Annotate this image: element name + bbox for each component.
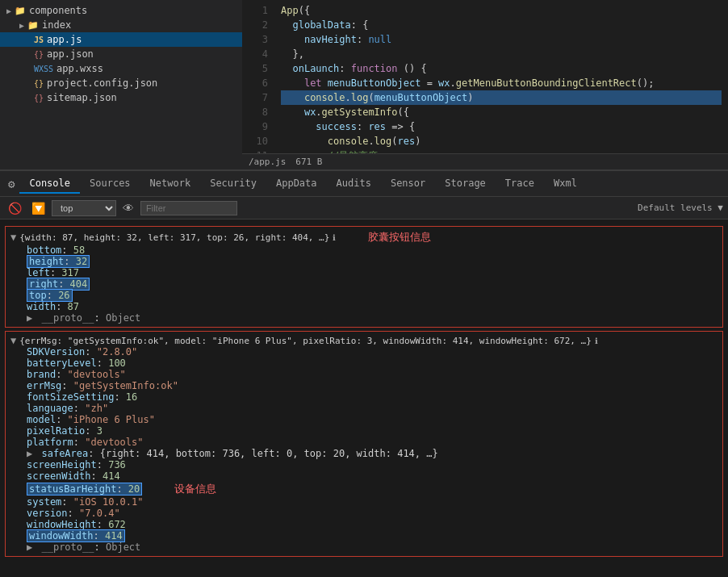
filter-toggle-button[interactable]: 🔽 (28, 200, 48, 216)
code-content[interactable]: App({ globalData: { navHeight: null }, o… (274, 0, 728, 153)
eye-button[interactable]: 👁 (119, 200, 137, 216)
block1-header[interactable]: ▼ {width: 87, height: 32, left: 317, top… (10, 230, 718, 245)
editor-area: ▶ 📁 components ▶ 📁 index JS app.js {} ap… (0, 0, 728, 169)
sidebar-item-appjson[interactable]: {} app.json (0, 47, 242, 61)
console-block-2: ▼ {errMsg: "getSystemInfo:ok", model: "i… (5, 331, 723, 557)
sidebar-item-components[interactable]: ▶ 📁 components (0, 3, 242, 18)
prop-bottom: bottom: 58 (10, 245, 718, 256)
highlighted-height: height: 32 (27, 255, 90, 268)
editor-statusbar: /app.js 671 B (242, 153, 728, 169)
tab-console[interactable]: Console (19, 174, 80, 194)
default-levels-select[interactable]: Default levels ▼ (638, 203, 723, 213)
json-icon: {} (34, 94, 44, 102)
highlighted-windowwidth: windowWidth: 414 (27, 529, 125, 542)
block2-header[interactable]: ▼ {errMsg: "getSystemInfo:ok", model: "i… (10, 335, 718, 346)
annotation-capsule: 胶囊按钮信息 (368, 230, 431, 245)
code-line-5: onLaunch: function () { (281, 61, 722, 76)
code-line-3: navHeight: null (281, 32, 722, 47)
line-numbers: 12345 67891011 (242, 0, 274, 153)
block2-header-text: {errMsg: "getSystemInfo:ok", model: "iPh… (19, 336, 592, 346)
block1-container: ▼ {width: 87, height: 32, left: 317, top… (5, 226, 723, 328)
prop-windowwidth: windowWidth: 414 (10, 530, 718, 541)
prop-statusbarheight: statusBarHeight: 20 设备信息 (10, 482, 718, 496)
code-line-1: App({ (281, 3, 722, 18)
prop-pixelratio: pixelRatio: 3 (10, 425, 718, 437)
code-line-7: console.log(menuButtonObject) (281, 90, 722, 105)
devtools-icon-settings[interactable]: ⚙ (3, 174, 19, 194)
prop-screenwidth: screenWidth: 414 (10, 470, 718, 482)
highlighted-top: top: 26 (27, 289, 73, 302)
code-line-10: console.log(res) (281, 134, 722, 148)
sidebar-item-sitemapjson[interactable]: {} sitemap.json (0, 90, 242, 105)
sidebar-item-label: sitemap.json (47, 92, 117, 103)
sidebar-item-label: project.config.json (47, 77, 157, 89)
sidebar-item-appwxss[interactable]: WXSS app.wxss (0, 61, 242, 76)
sidebar-item-label: app.js (47, 34, 82, 45)
filter-input[interactable] (140, 201, 237, 215)
sidebar-item-appjs[interactable]: JS app.js (0, 32, 242, 47)
tab-sources[interactable]: Sources (80, 174, 140, 194)
prop-batterylevel: batteryLevel: 100 (10, 357, 718, 369)
proj-icon: {} (34, 79, 44, 88)
sidebar-item-index[interactable]: ▶ 📁 index (0, 18, 242, 32)
block1-header-text: {width: 87, height: 32, left: 317, top: … (19, 232, 329, 243)
devtools-panel: ⚙ Console Sources Network Security AppDa… (0, 169, 728, 577)
code-line-6: let menuButtonObject = wx.getMenuButtonB… (281, 76, 722, 90)
file-sidebar: ▶ 📁 components ▶ 📁 index JS app.js {} ap… (0, 0, 242, 169)
prop-safearea[interactable]: ▶ safeArea: {right: 414, bottom: 736, le… (10, 448, 718, 459)
code-line-8: wx.getSystemInfo({ (281, 105, 722, 119)
editor-content: 12345 67891011 App({ globalData: { navHe… (242, 0, 728, 153)
prop-top: top: 26 (10, 290, 718, 301)
prop-errmsg: errMsg: "getSystemInfo:ok" (10, 380, 718, 391)
highlighted-statusbarheight: statusBarHeight: 20 (27, 483, 142, 495)
tab-storage[interactable]: Storage (435, 174, 496, 194)
clear-button[interactable]: 🚫 (5, 200, 25, 216)
prop-screenheight: screenHeight: 736 (10, 459, 718, 470)
prop-platform: platform: "devtools" (10, 437, 718, 448)
prop-language: language: "zh" (10, 403, 718, 414)
expand-icon-2[interactable]: ▼ (10, 335, 16, 346)
sidebar-item-label: app.wxss (56, 63, 103, 74)
expand-proto2-icon[interactable]: ▶ (27, 541, 32, 553)
prop-model: model: "iPhone 6 Plus" (10, 414, 718, 425)
sidebar-item-projectjson[interactable]: {} project.config.json (0, 76, 242, 90)
tab-audits[interactable]: Audits (327, 174, 381, 194)
prop-left: left: 317 (10, 267, 718, 278)
expand-safearea-icon[interactable]: ▶ (27, 448, 32, 459)
expand-proto-icon[interactable]: ▶ (27, 312, 32, 324)
tab-security[interactable]: Security (200, 174, 266, 194)
block2-container: ▼ {errMsg: "getSystemInfo:ok", model: "i… (5, 331, 723, 557)
tab-network[interactable]: Network (140, 174, 201, 194)
json-icon: {} (34, 50, 44, 59)
tab-wxml[interactable]: Wxml (544, 174, 587, 194)
code-line-9: success: res => { (281, 119, 722, 134)
sidebar-item-label: app.json (47, 48, 94, 60)
console-block-1: ▼ {width: 87, height: 32, left: 317, top… (5, 226, 723, 328)
prop-width: width: 87 (10, 301, 718, 312)
chevron-right-icon: ▶ (19, 21, 24, 30)
block2-source-icon: ℹ (595, 337, 598, 345)
prop-fontsizesetting: fontSizeSetting: 16 (10, 391, 718, 403)
filesize-label: 671 B (295, 157, 322, 167)
tab-sensor[interactable]: Sensor (381, 174, 435, 194)
prop-version: version: "7.0.4" (10, 508, 718, 519)
chevron-right-icon: ▶ (6, 6, 11, 15)
prop-proto1[interactable]: ▶ __proto__: Object (10, 312, 718, 324)
context-select[interactable]: top (52, 200, 116, 216)
sidebar-item-label: components (29, 5, 87, 16)
prop-sdkversion: SDKVersion: "2.8.0" (10, 346, 718, 357)
expand-icon[interactable]: ▼ (10, 232, 16, 243)
console-content: ▼ {width: 87, height: 32, left: 317, top… (0, 220, 728, 577)
prop-windowheight: windowHeight: 672 (10, 519, 718, 530)
tab-appdata[interactable]: AppData (266, 174, 327, 194)
js-icon: JS (34, 36, 44, 44)
tab-trace[interactable]: Trace (496, 174, 544, 194)
code-editor: 12345 67891011 App({ globalData: { navHe… (242, 0, 728, 169)
sidebar-item-label: index (42, 19, 71, 31)
prop-right: right: 404 (10, 278, 718, 290)
wxss-icon: WXSS (34, 65, 53, 73)
prop-proto2[interactable]: ▶ __proto__: Object (10, 541, 718, 553)
code-line-2: globalData: { (281, 18, 722, 32)
folder-icon: 📁 (27, 20, 39, 31)
prop-brand: brand: "devtools" (10, 369, 718, 380)
